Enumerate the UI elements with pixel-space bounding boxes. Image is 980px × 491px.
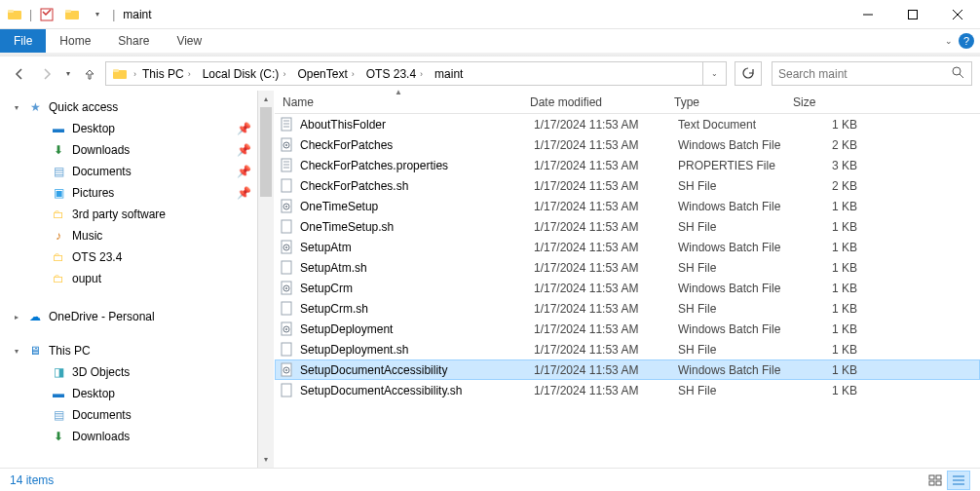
up-button[interactable] xyxy=(78,62,101,86)
svg-point-43 xyxy=(285,369,287,371)
view-details-button[interactable] xyxy=(947,471,970,490)
file-row[interactable]: SetupAtm.sh1/17/2024 11:53 AMSH File1 KB xyxy=(275,257,980,278)
file-row[interactable]: SetupAtm1/17/2024 11:53 AMWindows Batch … xyxy=(275,237,980,257)
file-row[interactable]: CheckForPatches1/17/2024 11:53 AMWindows… xyxy=(275,134,980,155)
breadcrumb-item-3[interactable]: OTS 23.4› xyxy=(360,65,429,83)
file-icon xyxy=(279,342,294,358)
file-icon xyxy=(279,281,294,296)
nav-downloads[interactable]: ▸⬇Downloads📌 xyxy=(0,139,257,161)
nav-onedrive[interactable]: ▸☁OneDrive - Personal xyxy=(0,306,257,327)
nav-desktop2[interactable]: ▸▬Desktop xyxy=(0,383,257,404)
back-button[interactable] xyxy=(8,62,31,86)
documents-icon: ▤ xyxy=(51,407,66,423)
breadcrumb-history-icon[interactable]: ⌄ xyxy=(702,62,726,85)
file-row[interactable]: CheckForPatches.sh1/17/2024 11:53 AMSH F… xyxy=(275,175,980,196)
file-row[interactable]: SetupDeployment.sh1/17/2024 11:53 AMSH F… xyxy=(275,339,980,359)
tab-share[interactable]: Share xyxy=(104,29,163,53)
file-type: Windows Batch File xyxy=(670,282,789,295)
col-date[interactable]: Date modified xyxy=(522,91,666,113)
search-icon[interactable] xyxy=(944,66,971,82)
scroll-up-icon[interactable]: ▴ xyxy=(258,91,274,107)
status-count: 14 items xyxy=(10,473,54,487)
tab-view[interactable]: View xyxy=(163,29,215,53)
tab-home[interactable]: Home xyxy=(46,29,104,53)
search-box[interactable] xyxy=(772,61,972,86)
file-row[interactable]: SetupDeployment1/17/2024 11:53 AMWindows… xyxy=(275,319,980,339)
breadcrumb-icon xyxy=(106,66,133,82)
file-type: PROPERTIES File xyxy=(670,159,789,172)
scroll-down-icon[interactable]: ▾ xyxy=(258,451,274,468)
file-date: 1/17/2024 11:53 AM xyxy=(526,179,670,193)
svg-point-31 xyxy=(285,246,287,248)
file-row[interactable]: SetupCrm1/17/2024 11:53 AMWindows Batch … xyxy=(275,278,980,298)
file-row[interactable]: OneTimeSetup.sh1/17/2024 11:53 AMSH File… xyxy=(275,216,980,237)
file-row[interactable]: SetupDocumentAccessibility1/17/2024 11:5… xyxy=(275,359,980,380)
file-name: SetupAtm xyxy=(300,241,352,254)
nav-ots[interactable]: ▸🗀OTS 23.4 xyxy=(0,246,257,268)
qat-newfolder-icon[interactable] xyxy=(61,4,83,25)
file-row[interactable]: CheckForPatches.properties1/17/2024 11:5… xyxy=(275,155,980,175)
nav-music[interactable]: ▸♪Music xyxy=(0,225,257,246)
pin-icon: 📌 xyxy=(237,165,251,178)
folder-icon: 🗀 xyxy=(51,207,66,222)
breadcrumb-item-0[interactable]: This PC› xyxy=(136,65,197,83)
breadcrumb-item-2[interactable]: OpenText› xyxy=(291,65,359,83)
forward-button[interactable] xyxy=(35,62,58,86)
file-name: SetupCrm.sh xyxy=(300,302,368,316)
breadcrumb-item-4[interactable]: maint xyxy=(429,65,469,83)
nav-quick-access[interactable]: ▾★Quick access xyxy=(0,96,257,118)
col-size[interactable]: Size xyxy=(785,91,980,113)
scroll-thumb[interactable] xyxy=(260,107,272,197)
nav-ouput[interactable]: ▸🗀ouput xyxy=(0,268,257,289)
file-date: 1/17/2024 11:53 AM xyxy=(526,384,670,397)
qat-properties-icon[interactable] xyxy=(36,4,57,25)
file-row[interactable]: SetupDocumentAccessibility.sh1/17/2024 1… xyxy=(275,380,980,400)
nav-3rdparty[interactable]: ▸🗀3rd party software xyxy=(0,204,257,225)
recent-dropdown[interactable]: ▾ xyxy=(62,62,74,86)
ribbon-expand-icon[interactable]: ⌄ xyxy=(945,36,953,46)
file-date: 1/17/2024 11:53 AM xyxy=(526,363,670,377)
nav-documents2[interactable]: ▸▤Documents xyxy=(0,404,257,426)
qat-separator2: | xyxy=(112,8,115,21)
pin-icon: 📌 xyxy=(237,143,251,157)
file-name: AboutThisFolder xyxy=(300,118,386,132)
breadcrumb-item-1[interactable]: Local Disk (C:)› xyxy=(197,65,292,83)
nav-documents[interactable]: ▸▤Documents📌 xyxy=(0,161,257,182)
view-thumbnails-button[interactable] xyxy=(923,471,947,490)
maximize-button[interactable] xyxy=(890,0,935,29)
file-type: SH File xyxy=(670,261,789,275)
nav-downloads2[interactable]: ▸⬇Downloads xyxy=(0,426,257,447)
file-row[interactable]: AboutThisFolder1/17/2024 11:53 AMText Do… xyxy=(275,114,980,134)
file-list[interactable]: AboutThisFolder1/17/2024 11:53 AMText Do… xyxy=(275,114,980,468)
breadcrumb[interactable]: › This PC› Local Disk (C:)› OpenText› OT… xyxy=(105,61,727,86)
svg-rect-47 xyxy=(929,481,934,485)
nav-pictures[interactable]: ▸▣Pictures📌 xyxy=(0,182,257,204)
status-bar: 14 items xyxy=(0,468,980,491)
minimize-button[interactable] xyxy=(846,0,890,29)
svg-rect-32 xyxy=(282,261,291,274)
refresh-button[interactable] xyxy=(735,61,762,86)
help-icon[interactable]: ? xyxy=(959,33,974,49)
svg-rect-46 xyxy=(936,475,941,479)
file-size: 1 KB xyxy=(789,261,865,275)
tab-file[interactable]: File xyxy=(0,29,46,53)
file-name: SetupDocumentAccessibility xyxy=(300,363,447,377)
col-type[interactable]: Type xyxy=(666,91,785,113)
file-name: SetupDeployment xyxy=(300,322,393,336)
close-button[interactable] xyxy=(935,0,980,29)
qat-dropdown-icon[interactable]: ▾ xyxy=(87,4,108,25)
search-input[interactable] xyxy=(773,67,944,81)
file-type: Windows Batch File xyxy=(670,138,789,152)
file-size: 1 KB xyxy=(789,302,865,316)
file-row[interactable]: SetupCrm.sh1/17/2024 11:53 AMSH File1 KB xyxy=(275,298,980,319)
nav-3dobjects[interactable]: ▸◨3D Objects xyxy=(0,361,257,383)
file-date: 1/17/2024 11:53 AM xyxy=(526,282,670,295)
pictures-icon: ▣ xyxy=(51,185,66,201)
file-row[interactable]: OneTimeSetup1/17/2024 11:53 AMWindows Ba… xyxy=(275,196,980,216)
nav-scrollbar[interactable]: ▴ ▾ xyxy=(257,91,274,468)
file-size: 2 KB xyxy=(789,138,865,152)
nav-pane[interactable]: ▾★Quick access ▸▬Desktop📌 ▸⬇Downloads📌 ▸… xyxy=(0,91,257,468)
col-name[interactable]: Name▲ xyxy=(275,91,522,113)
nav-desktop[interactable]: ▸▬Desktop📌 xyxy=(0,118,257,139)
nav-this-pc[interactable]: ▾🖥This PC xyxy=(0,340,257,361)
